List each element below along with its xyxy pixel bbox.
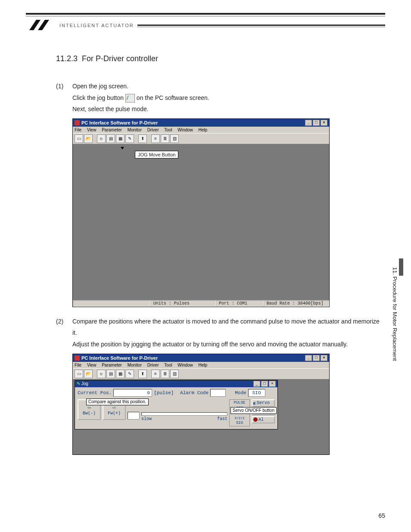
fast-label: fast — [217, 417, 227, 421]
toolbar-monitor-icon[interactable]: ▤ — [106, 370, 115, 378]
velocity-slider[interactable] — [141, 412, 227, 416]
slow-label: slow — [141, 417, 152, 421]
toolbar-new-icon[interactable]: ▭ — [75, 370, 83, 378]
toolbar-grid-icon[interactable]: ▥ — [170, 134, 179, 143]
svg-marker-1 — [38, 20, 49, 30]
toolbar-list1-icon[interactable]: ≡ — [151, 370, 160, 378]
toolbar-new-icon[interactable]: ▭ — [75, 134, 83, 143]
alarm-code-label: Alarm Code — [180, 390, 209, 395]
window-title: PC Interface Software for P-Driver — [81, 120, 158, 125]
title-bar-2: PC Interface Software for P-Driver _ □ × — [73, 354, 329, 362]
client-area-2: ✎ Jog _ □ × Current Pos. 0 [pulse] — [73, 379, 329, 454]
menu-bar: File View Parameter Monitor Driver Tool … — [73, 127, 329, 133]
app-window-1: PC Interface Software for P-Driver _ □ ×… — [72, 118, 330, 307]
jog-window-title: Jog — [81, 381, 88, 386]
status-port: Port : COM1 — [216, 300, 264, 307]
toolbar-jog-icon[interactable]: ✎ — [125, 134, 134, 143]
brand-logo-icon — [26, 18, 56, 33]
app-window-2: PC Interface Software for P-Driver _ □ ×… — [72, 354, 330, 455]
minimize-button[interactable]: _ — [253, 381, 260, 387]
menu-driver[interactable]: Driver — [147, 363, 159, 367]
menu-tool[interactable]: Tool — [164, 128, 172, 132]
app-icon — [75, 355, 80, 361]
pulse-unit: [pulse] — [154, 390, 174, 395]
brand-text: INTELLIGENT ACTUATOR — [59, 23, 134, 28]
step1-line2: Click the jog button on the PC software … — [72, 92, 385, 104]
status-units: Units : Pulses — [150, 300, 216, 307]
toolbar-open-icon[interactable]: 📂 — [84, 370, 93, 378]
mode-value: SIO — [248, 389, 265, 397]
menu-file[interactable]: File — [75, 363, 81, 367]
current-pos-value: 0 — [113, 389, 152, 397]
menu-window[interactable]: Window — [177, 128, 193, 132]
section-heading: 11.2.3 For P-Driver controller — [56, 54, 385, 63]
jog-subwindow: ✎ Jog _ □ × Current Pos. 0 [pulse] — [75, 380, 278, 429]
toolbar-upload-icon[interactable]: ⬆ — [138, 134, 147, 143]
cursor-arrow-icon — [121, 147, 124, 149]
window-title-2: PC Interface Software for P-Driver — [81, 355, 158, 361]
close-button[interactable]: × — [321, 355, 327, 361]
current-pos-label: Current Pos. — [78, 390, 112, 395]
minimize-button[interactable]: _ — [305, 355, 312, 361]
menu-view[interactable]: View — [87, 128, 97, 132]
menu-monitor[interactable]: Monitor — [128, 363, 142, 367]
status-baud: Baud Rate : 38400[bps] — [264, 300, 329, 307]
svg-marker-0 — [29, 20, 40, 30]
velocity-value[interactable] — [128, 412, 140, 420]
menu-parameter[interactable]: Parameter — [102, 128, 122, 132]
chapter-sidebar-label: 11. Procedure for Motor Replacement — [392, 267, 398, 361]
toolbar-list2-icon[interactable]: ≣ — [161, 134, 169, 143]
menu-view[interactable]: View — [87, 363, 97, 367]
brand-header: INTELLIGENT ACTUATOR — [26, 18, 385, 33]
maximize-button[interactable]: □ — [313, 355, 320, 361]
step-number-2: (2) — [56, 316, 68, 350]
menu-help[interactable]: Help — [199, 363, 208, 367]
toolbar-connect-icon[interactable]: ⎋ — [97, 134, 106, 143]
menu-bar-2: File View Parameter Monitor Driver Tool … — [73, 362, 329, 368]
menu-tool[interactable]: Tool — [164, 363, 172, 367]
status-bar: Units : Pulses Port : COM1 Baud Rate : 3… — [73, 300, 329, 307]
servo-icon: ◐ — [253, 401, 256, 406]
page-number: 65 — [378, 512, 385, 519]
toolbar-list2-icon[interactable]: ≣ — [161, 370, 169, 378]
toolbar-monitor-icon[interactable]: ▤ — [106, 134, 115, 143]
menu-parameter[interactable]: Parameter — [102, 363, 122, 367]
toolbar-upload-icon[interactable]: ⬆ — [138, 370, 147, 378]
step2-line2: Adjust the position by jogging the actua… — [72, 339, 385, 350]
minimize-button[interactable]: _ — [305, 120, 312, 126]
menu-file[interactable]: File — [75, 128, 81, 132]
servo-toggle-button[interactable]: ◐ Servo — [252, 399, 275, 407]
menu-monitor[interactable]: Monitor — [128, 128, 142, 132]
toolbar-table-icon[interactable]: ▦ — [116, 370, 125, 378]
toolbar-open-icon[interactable]: 📂 — [84, 134, 93, 143]
step1-line3: Next, select the pulse mode. — [72, 103, 385, 115]
maximize-button[interactable]: □ — [313, 120, 320, 126]
close-button[interactable]: × — [269, 381, 276, 387]
step1-line1: Open the jog screen. — [72, 81, 385, 92]
jog-button-icon — [125, 94, 135, 103]
toolbar-2: ▭ 📂 ⎋ ▤ ▦ ✎ ⬆ ≡ ≣ ▥ — [73, 368, 329, 379]
annotation-servo: Servo ON/OFF button — [230, 407, 277, 414]
app-icon — [75, 120, 80, 125]
toolbar-jog-icon[interactable]: ✎ — [125, 370, 134, 378]
alarm-code-value — [210, 389, 226, 397]
menu-driver[interactable]: Driver — [147, 128, 159, 132]
toolbar: ▭ 📂 ⎋ ▤ ▦ ✎ ⬆ ≡ ≣ ▥ — [73, 133, 329, 144]
step-number: (1) — [56, 81, 68, 115]
close-button[interactable]: × — [321, 120, 327, 126]
jog-tooltip: JOG Move Button — [135, 151, 178, 159]
toolbar-connect-icon[interactable]: ⎋ — [97, 370, 106, 378]
side-tab-marker — [399, 258, 403, 276]
toolbar-list1-icon[interactable]: ≡ — [151, 134, 160, 143]
title-bar: PC Interface Software for P-Driver _ □ × — [73, 119, 329, 127]
lamp-icon — [253, 417, 258, 422]
client-area: JOG Move Button — [73, 144, 329, 300]
sio-mode-label: SIO — [230, 421, 249, 425]
menu-window[interactable]: Window — [177, 363, 193, 367]
menu-help[interactable]: Help — [199, 128, 208, 132]
alarm-indicator[interactable]: Al — [252, 416, 275, 423]
annotation-compare: Compare against this position. — [86, 398, 149, 405]
toolbar-grid-icon[interactable]: ▥ — [170, 370, 179, 378]
maximize-button[interactable]: □ — [261, 381, 268, 387]
toolbar-table-icon[interactable]: ▦ — [116, 134, 125, 143]
